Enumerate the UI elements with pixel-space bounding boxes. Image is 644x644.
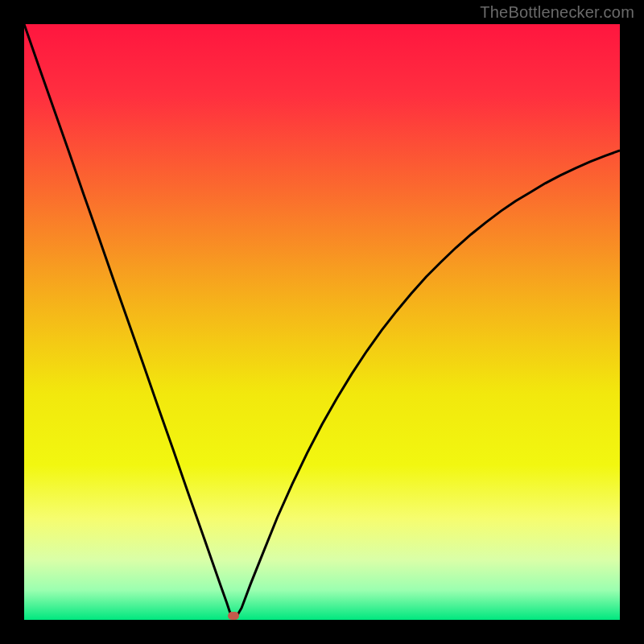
- watermark-text: TheBottlenecker.com: [480, 3, 634, 22]
- chart-frame: TheBottlenecker.com: [0, 0, 644, 644]
- optimal-point-marker: [228, 612, 239, 620]
- bottleneck-curve: [24, 24, 620, 618]
- plot-area: [24, 24, 620, 620]
- curve-layer: [24, 24, 620, 620]
